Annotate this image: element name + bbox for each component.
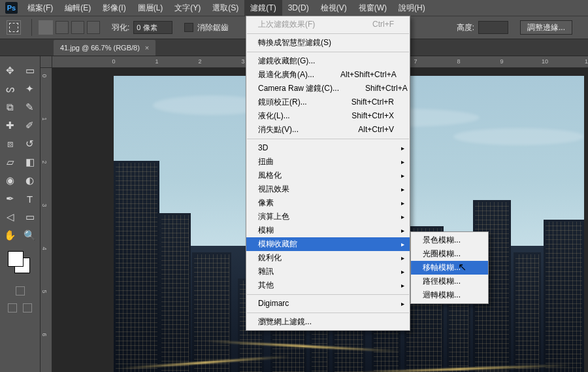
document-tab[interactable]: 41.jpg @ 66.7% (RGB/8) × bbox=[54, 40, 155, 56]
menu-divider bbox=[247, 52, 409, 52]
menuitem-雜訊[interactable]: 雜訊 bbox=[246, 265, 410, 279]
shape-tool[interactable]: ▭ bbox=[22, 209, 38, 225]
menuitem-轉換成智慧型濾鏡S[interactable]: 轉換成智慧型濾鏡(S) bbox=[246, 36, 410, 50]
app-logo: Ps bbox=[5, 2, 18, 14]
menu-3d[interactable]: 3D(D) bbox=[282, 0, 315, 16]
height-label: 高度: bbox=[457, 22, 474, 33]
menuitem-銳利化[interactable]: 銳利化 bbox=[246, 251, 410, 265]
eyedrop-tool[interactable]: ✎ bbox=[22, 99, 38, 115]
ruler-origin[interactable] bbox=[41, 56, 52, 68]
menuitem-其他[interactable]: 其他 bbox=[246, 279, 410, 292]
menu-divider bbox=[247, 33, 409, 34]
menu-選取[interactable]: 選取(S) bbox=[206, 0, 244, 16]
type-tool[interactable]: T bbox=[22, 191, 38, 207]
menuitem-瀏覽網上濾鏡[interactable]: 瀏覽網上濾鏡... bbox=[246, 315, 410, 329]
wand-tool[interactable]: ✦ bbox=[22, 81, 38, 97]
height-input[interactable] bbox=[478, 21, 508, 34]
menuitem-迴轉模糊[interactable]: 迴轉模糊... bbox=[411, 288, 488, 302]
antialias-checkbox[interactable] bbox=[184, 23, 193, 32]
menuitem-扭曲[interactable]: 扭曲 bbox=[246, 155, 410, 169]
menubar: Ps 檔案(F)編輯(E)影像(I)圖層(L)文字(Y)選取(S)濾鏡(T)3D… bbox=[0, 0, 588, 16]
menuitem-濾鏡收藏館G[interactable]: 濾鏡收藏館(G)... bbox=[246, 54, 410, 68]
heal-tool[interactable]: ✚ bbox=[3, 118, 18, 133]
document-tab-title: 41.jpg @ 66.7% (RGB/8) bbox=[60, 40, 140, 56]
menu-檔案[interactable]: 檔案(F) bbox=[22, 0, 59, 16]
menuitem-像素[interactable]: 像素 bbox=[246, 196, 410, 210]
menuitem-最適化廣角A[interactable]: 最適化廣角(A)...Alt+Shift+Ctrl+A bbox=[246, 68, 410, 82]
menuitem-模糊收藏館[interactable]: 模糊收藏館 bbox=[246, 237, 410, 251]
foreground-color[interactable] bbox=[8, 251, 24, 267]
hand-tool[interactable]: ✋ bbox=[3, 228, 18, 243]
selection-mode-new[interactable] bbox=[39, 20, 53, 35]
screenmode-2-icon[interactable] bbox=[23, 303, 32, 313]
history-tool[interactable]: ↺ bbox=[22, 136, 38, 152]
menuitem-景色模糊[interactable]: 景色模糊... bbox=[411, 233, 488, 247]
menu-圖層[interactable]: 圖層(L) bbox=[132, 0, 169, 16]
menu-說明[interactable]: 說明(H) bbox=[393, 0, 431, 16]
eraser-tool[interactable]: ▱ bbox=[3, 154, 18, 170]
menu-divider bbox=[247, 139, 409, 139]
marquee-tool[interactable]: ▭ bbox=[22, 63, 38, 78]
menu-影像[interactable]: 影像(I) bbox=[97, 0, 131, 16]
menuitem-路徑模糊[interactable]: 路徑模糊... bbox=[411, 275, 488, 288]
tool-panel: ✥▭ᔕ✦⧉✎✚✐⧇↺▱◧◉◐✒T◁▭✋🔍 bbox=[0, 56, 41, 372]
menu-文字[interactable]: 文字(Y) bbox=[169, 0, 206, 16]
crop-tool[interactable]: ⧉ bbox=[3, 99, 18, 115]
marquee-tool-preset[interactable] bbox=[7, 20, 21, 35]
dodge-tool[interactable]: ◐ bbox=[22, 173, 38, 188]
menuitem-視訊效果[interactable]: 視訊效果 bbox=[246, 182, 410, 196]
color-swatches[interactable] bbox=[8, 251, 33, 276]
menu-編輯[interactable]: 編輯(E) bbox=[59, 0, 97, 16]
zoom-tool[interactable]: 🔍 bbox=[22, 228, 38, 243]
feather-label: 羽化: bbox=[112, 22, 129, 33]
menuitem-光圈模糊[interactable]: 光圈模糊... bbox=[411, 247, 488, 261]
menuitem-3D[interactable]: 3D bbox=[246, 141, 410, 155]
quickmask-icon[interactable] bbox=[16, 286, 25, 296]
menuitem-上次濾鏡效果F: 上次濾鏡效果(F)Ctrl+F bbox=[246, 18, 410, 31]
menuitem-Digimarc[interactable]: Digimarc bbox=[246, 297, 410, 311]
brush-tool[interactable]: ✐ bbox=[22, 118, 38, 133]
blur-gallery-submenu[interactable]: 景色模糊...光圈模糊...移軸模糊...路徑模糊...迴轉模糊... bbox=[410, 231, 489, 304]
menuitem-消失點V[interactable]: 消失點(V)...Alt+Ctrl+V bbox=[246, 123, 410, 137]
menuitem-鏡頭校正R[interactable]: 鏡頭校正(R)...Shift+Ctrl+R bbox=[246, 95, 410, 109]
ruler-vertical[interactable]: 0123456 bbox=[41, 68, 52, 372]
menu-divider bbox=[247, 294, 409, 295]
lasso-tool[interactable]: ᔕ bbox=[3, 81, 18, 97]
menuitem-演算上色[interactable]: 演算上色 bbox=[246, 210, 410, 224]
menuitem-模糊[interactable]: 模糊 bbox=[246, 224, 410, 237]
refine-edge-button[interactable]: 調整邊緣... bbox=[520, 20, 572, 35]
pen-tool[interactable]: ✒ bbox=[3, 191, 18, 207]
filter-menu[interactable]: 上次濾鏡效果(F)Ctrl+F轉換成智慧型濾鏡(S)濾鏡收藏館(G)...最適化… bbox=[246, 16, 410, 331]
menuitem-液化L[interactable]: 液化(L)...Shift+Ctrl+X bbox=[246, 109, 410, 123]
selection-mode-subtract[interactable] bbox=[71, 21, 84, 34]
feather-input[interactable] bbox=[133, 21, 172, 34]
blur-tool[interactable]: ◉ bbox=[3, 173, 18, 188]
menu-濾鏡[interactable]: 濾鏡(T) bbox=[244, 0, 282, 16]
antialias-label: 消除鋸齒 bbox=[197, 22, 229, 33]
gradient-tool[interactable]: ◧ bbox=[22, 154, 38, 170]
menu-divider bbox=[247, 313, 409, 313]
menu-視窗[interactable]: 視窗(W) bbox=[353, 0, 393, 16]
selection-mode-add[interactable] bbox=[56, 21, 69, 34]
menu-檢視[interactable]: 檢視(V) bbox=[315, 0, 353, 16]
stamp-tool[interactable]: ⧇ bbox=[3, 136, 18, 152]
screenmode-icon[interactable] bbox=[8, 303, 17, 313]
menuitem-CameraRaw濾鏡C[interactable]: Camera Raw 濾鏡(C)...Shift+Ctrl+A bbox=[246, 82, 410, 95]
path-tool[interactable]: ◁ bbox=[3, 209, 18, 225]
move-tool[interactable]: ✥ bbox=[3, 63, 18, 78]
menuitem-風格化[interactable]: 風格化 bbox=[246, 169, 410, 182]
selection-mode-intersect[interactable] bbox=[87, 21, 100, 34]
menuitem-移軸模糊[interactable]: 移軸模糊... bbox=[411, 261, 488, 275]
close-icon[interactable]: × bbox=[145, 40, 149, 56]
